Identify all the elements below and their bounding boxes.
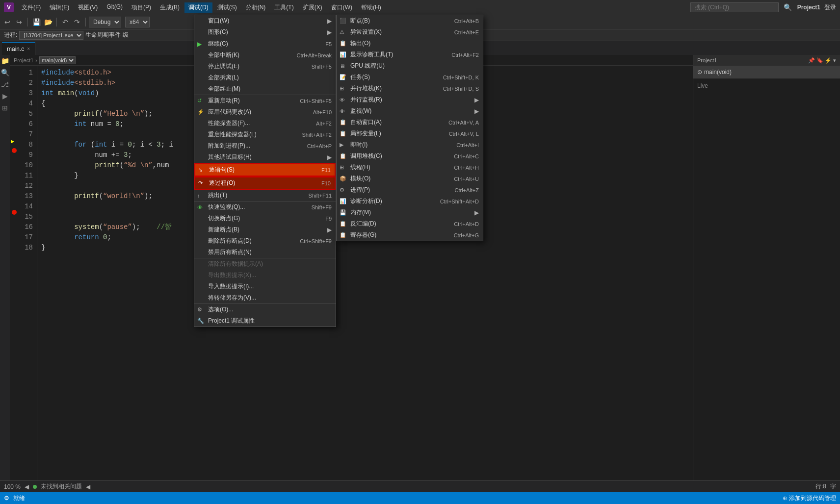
zoom-down-icon[interactable]: ◀ <box>25 483 29 490</box>
search-input[interactable] <box>690 2 779 12</box>
toolbar-sep2 <box>56 18 57 26</box>
options-icon: ⚙ <box>197 306 202 313</box>
sub-menu-watch[interactable]: 👁 监视(W) ▶ <box>337 105 483 117</box>
menu-step-into[interactable]: ↘ 逐语句(S) F11 <box>194 163 336 176</box>
sub-menu-threads[interactable]: ⊞ 线程(H) Ctrl+Alt+H <box>337 162 483 173</box>
menu-view[interactable]: 视图(V) <box>74 2 102 13</box>
menu-terminate-all[interactable]: 全部终止(M) <box>194 83 336 95</box>
menu-graphics[interactable]: 图形(C) ▶ <box>194 26 336 38</box>
sub-menu-disassembly[interactable]: 📋 反汇编(D) Ctrl+Alt+D <box>337 218 483 229</box>
menu-graphics-arrow: ▶ <box>327 29 332 36</box>
status-add-source[interactable]: ⊕ 添加到源代码管理 <box>783 494 836 503</box>
sub-diag-analysis-icon: 📊 <box>340 198 346 204</box>
menu-disable-all-bp-label: 禁用所有断点(N) <box>208 248 252 256</box>
toolbar-redo[interactable]: ↷ <box>72 17 82 27</box>
menu-restart[interactable]: ↺ 重新启动(R) Ctrl+Shift+F5 <box>194 95 336 106</box>
login-button[interactable]: 登录 <box>824 3 836 12</box>
arch-select[interactable]: x64 <box>125 17 150 27</box>
menu-toggle-bp[interactable]: 切换断点(G) F9 <box>194 213 336 224</box>
sub-menu-immediate[interactable]: ▶ 即时(I) Ctrl+Alt+I <box>337 139 483 151</box>
func-selector-breadcrumb[interactable]: main(void) <box>39 56 76 64</box>
extensions-icon[interactable]: ⊞ <box>2 104 8 112</box>
step-into-icon: ↘ <box>198 167 203 173</box>
menu-git[interactable]: Git(G) <box>103 2 127 13</box>
menu-step-over-shortcut: F10 <box>321 180 331 186</box>
sub-menu-process[interactable]: ⚙ 进程(P) Ctrl+Alt+Z <box>337 184 483 196</box>
menu-save-dump[interactable]: 将转储另存为(V)... <box>194 292 336 303</box>
git-icon[interactable]: ⎇ <box>1 80 9 88</box>
sub-menu-diagnostic-analysis[interactable]: 📊 诊断分析(D) Ctrl+Shift+Alt+D <box>337 196 483 207</box>
tab-main-c[interactable]: main.c × <box>2 42 35 55</box>
menu-other-targets[interactable]: 其他调试目标(H) ▶ <box>194 151 336 163</box>
sub-menu-parallel-watch-arrow: ▶ <box>474 97 479 103</box>
menu-edit[interactable]: 编辑(E) <box>46 2 73 13</box>
sub-menu-exception[interactable]: ⚠ 异常设置(X) Ctrl+Alt+E <box>337 26 483 38</box>
menu-extensions[interactable]: 扩展(X) <box>299 2 326 13</box>
menu-break-all[interactable]: 全部中断(K) Ctrl+Alt+Break <box>194 50 336 61</box>
menu-apply-code[interactable]: ⚡ 应用代码更改(A) Alt+F10 <box>194 106 336 118</box>
zoom-label[interactable]: 100 % <box>4 483 21 490</box>
menu-restart-profiler[interactable]: 重启性能探查器(L) Shift+Alt+F2 <box>194 129 336 140</box>
sub-menu-tasks[interactable]: 📝 任务(S) Ctrl+Shift+D, K <box>337 72 483 83</box>
menu-build[interactable]: 生成(B) <box>156 2 184 13</box>
menu-quick-watch-shortcut: Shift+F9 <box>312 204 332 210</box>
tab-close-button[interactable]: × <box>27 46 30 51</box>
breakpoint-16[interactable] <box>12 210 17 215</box>
menu-analyze[interactable]: 分析(N) <box>242 2 270 13</box>
menu-window[interactable]: 窗口(W) ▶ <box>194 15 336 26</box>
menu-project[interactable]: 项目(P) <box>128 2 155 13</box>
menu-disable-all-bp[interactable]: 禁用所有断点(N) <box>194 247 336 258</box>
debug-icon[interactable]: ▶ <box>2 92 8 100</box>
sub-menu-modules-label: 模块(O) <box>350 175 370 183</box>
nav-left-icon[interactable]: ◀ <box>86 483 90 490</box>
menu-step-over[interactable]: ↷ 逐过程(O) F10 <box>194 176 336 190</box>
sub-menu-memory[interactable]: 💾 内存(M) ▶ <box>337 207 483 218</box>
sub-menu-modules[interactable]: 📦 模块(O) Ctrl+Alt+U <box>337 173 483 184</box>
menu-import-datatips[interactable]: 导入数据提示(I)... <box>194 281 336 292</box>
sub-menu-parallel-watch[interactable]: 👁 并行监视(R) ▶ <box>337 94 483 105</box>
toolbar-back[interactable]: ↩ <box>2 17 13 27</box>
toolbar-open[interactable]: 📂 <box>43 17 53 27</box>
sub-menu-diagnostic-shortcut: Ctrl+Alt+F2 <box>451 52 479 58</box>
menu-terminate-all-label: 全部终止(M) <box>208 85 240 93</box>
menu-perf-profiler[interactable]: 性能探查器(F)... Alt+F2 <box>194 118 336 129</box>
menu-restart-profiler-shortcut: Shift+Alt+F2 <box>302 132 332 138</box>
sub-menu-output[interactable]: 📋 输出(O) <box>337 38 483 49</box>
status-bar: ⚙ 就绪 ⊕ 添加到源代码管理 <box>0 492 840 504</box>
search-sidebar-icon[interactable]: 🔍 <box>1 69 9 76</box>
menu-debug-properties[interactable]: 🔧 Project1 调试属性 <box>194 315 336 327</box>
toolbar-save[interactable]: 💾 <box>31 17 42 27</box>
menu-stop-debug[interactable]: 停止调试(E) Shift+F5 <box>194 61 336 72</box>
menu-debug[interactable]: 调试(D) <box>184 2 212 13</box>
menu-test[interactable]: 测试(S) <box>213 2 241 13</box>
breakpoint-9[interactable] <box>12 148 17 153</box>
search-button[interactable]: 🔍 <box>783 2 793 13</box>
sub-menu-registers[interactable]: 📋 寄存器(G) Ctrl+Alt+G <box>337 229 483 241</box>
menu-quick-watch[interactable]: 👁 快速监视(Q)... Shift+F9 <box>194 202 336 213</box>
menu-file[interactable]: 文件(F) <box>18 2 45 13</box>
menu-help[interactable]: 帮助(H) <box>357 2 385 13</box>
toolbar-undo[interactable]: ↶ <box>60 17 71 27</box>
sub-menu-parallel-stack[interactable]: ⊞ 并行堆栈(K) Ctrl+Shift+D, S <box>337 83 483 94</box>
process-select[interactable]: [13704] Project1.exe <box>19 31 83 40</box>
menu-continue[interactable]: ▶ 继续(C) F5 <box>194 38 336 50</box>
menu-break-all-shortcut: Ctrl+Alt+Break <box>296 52 332 58</box>
menu-attach-process[interactable]: 附加到进程(P)... Ctrl+Alt+P <box>194 140 336 151</box>
menu-window[interactable]: 窗口(W) <box>327 2 356 13</box>
menu-tools[interactable]: 工具(T) <box>270 2 297 13</box>
menu-new-bp[interactable]: 新建断点(B) ▶ <box>194 224 336 235</box>
toolbar-forward[interactable]: ↪ <box>14 17 25 27</box>
explorer-icon[interactable]: 📁 <box>1 57 9 65</box>
sub-diagnostic-icon: 📊 <box>340 51 346 58</box>
sub-menu-auto[interactable]: 📋 自动窗口(A) Ctrl+Alt+V, A <box>337 117 483 128</box>
debug-mode-select[interactable]: Debug <box>89 17 121 27</box>
sub-menu-locals[interactable]: 📋 局部变量(L) Ctrl+Alt+V, L <box>337 128 483 139</box>
sub-menu-breakpoints[interactable]: ⬛ 断点(B) Ctrl+Alt+B <box>337 15 483 26</box>
sub-menu-gpu[interactable]: 🖥 GPU 线程(U) <box>337 60 483 72</box>
sub-menu-diagnostic[interactable]: 📊 显示诊断工具(T) Ctrl+Alt+F2 <box>337 49 483 60</box>
menu-delete-all-bp[interactable]: 删除所有断点(D) Ctrl+Shift+F9 <box>194 235 336 247</box>
menu-step-out[interactable]: ↑ 跳出(T) Shift+F11 <box>194 190 336 201</box>
sub-menu-callstack[interactable]: 📋 调用堆栈(C) Ctrl+Alt+C <box>337 151 483 162</box>
menu-options[interactable]: ⚙ 选项(O)... <box>194 304 336 315</box>
menu-detach-all[interactable]: 全部拆离(L) <box>194 72 336 83</box>
